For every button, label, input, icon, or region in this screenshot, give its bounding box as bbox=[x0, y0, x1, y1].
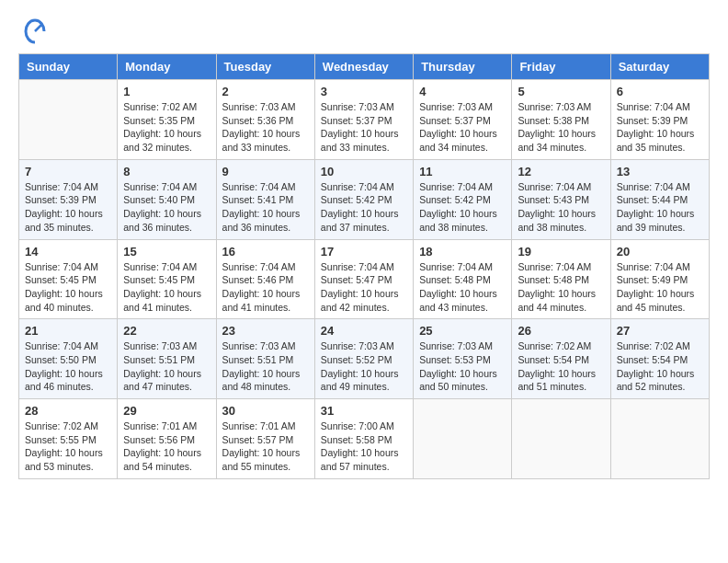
day-info: Sunrise: 7:04 AM Sunset: 5:46 PM Dayligh… bbox=[222, 260, 309, 315]
day-info: Sunrise: 7:01 AM Sunset: 5:56 PM Dayligh… bbox=[123, 419, 210, 474]
day-info: Sunrise: 7:04 AM Sunset: 5:42 PM Dayligh… bbox=[419, 180, 506, 235]
calendar-week-row: 7Sunrise: 7:04 AM Sunset: 5:39 PM Daylig… bbox=[19, 159, 710, 239]
day-number: 25 bbox=[419, 324, 506, 338]
calendar-cell: 17Sunrise: 7:04 AM Sunset: 5:47 PM Dayli… bbox=[314, 239, 413, 319]
calendar-week-row: 1Sunrise: 7:02 AM Sunset: 5:35 PM Daylig… bbox=[19, 80, 710, 160]
calendar-cell: 15Sunrise: 7:04 AM Sunset: 5:45 PM Dayli… bbox=[118, 239, 216, 319]
day-number: 18 bbox=[419, 245, 506, 259]
calendar-cell: 11Sunrise: 7:04 AM Sunset: 5:42 PM Dayli… bbox=[414, 159, 512, 239]
day-info: Sunrise: 7:04 AM Sunset: 5:41 PM Dayligh… bbox=[222, 180, 309, 235]
calendar-cell: 14Sunrise: 7:04 AM Sunset: 5:45 PM Dayli… bbox=[19, 239, 118, 319]
calendar-cell: 22Sunrise: 7:03 AM Sunset: 5:51 PM Dayli… bbox=[118, 319, 216, 399]
calendar-header-row: SundayMondayTuesdayWednesdayThursdayFrid… bbox=[19, 54, 710, 80]
logo-icon bbox=[22, 18, 48, 44]
calendar-cell: 19Sunrise: 7:04 AM Sunset: 5:48 PM Dayli… bbox=[512, 239, 610, 319]
day-info: Sunrise: 7:04 AM Sunset: 5:42 PM Dayligh… bbox=[321, 180, 407, 235]
day-info: Sunrise: 7:03 AM Sunset: 5:37 PM Dayligh… bbox=[321, 100, 407, 155]
day-number: 6 bbox=[617, 85, 703, 98]
calendar-week-row: 28Sunrise: 7:02 AM Sunset: 5:55 PM Dayli… bbox=[19, 399, 710, 479]
day-info: Sunrise: 7:04 AM Sunset: 5:39 PM Dayligh… bbox=[25, 180, 111, 235]
day-number: 29 bbox=[123, 404, 210, 418]
day-info: Sunrise: 7:02 AM Sunset: 5:54 PM Dayligh… bbox=[518, 339, 604, 394]
calendar-header-monday: Monday bbox=[118, 54, 216, 80]
day-info: Sunrise: 7:02 AM Sunset: 5:54 PM Dayligh… bbox=[617, 339, 703, 394]
day-info: Sunrise: 7:04 AM Sunset: 5:47 PM Dayligh… bbox=[321, 260, 407, 315]
calendar-cell: 29Sunrise: 7:01 AM Sunset: 5:56 PM Dayli… bbox=[118, 399, 216, 479]
calendar-cell: 1Sunrise: 7:02 AM Sunset: 5:35 PM Daylig… bbox=[118, 80, 216, 160]
day-info: Sunrise: 7:04 AM Sunset: 5:40 PM Dayligh… bbox=[123, 180, 210, 235]
calendar-cell: 20Sunrise: 7:04 AM Sunset: 5:49 PM Dayli… bbox=[610, 239, 709, 319]
day-number: 5 bbox=[518, 85, 604, 98]
calendar-cell bbox=[610, 399, 709, 479]
calendar-cell: 16Sunrise: 7:04 AM Sunset: 5:46 PM Dayli… bbox=[216, 239, 314, 319]
calendar-week-row: 21Sunrise: 7:04 AM Sunset: 5:50 PM Dayli… bbox=[19, 319, 710, 399]
day-info: Sunrise: 7:01 AM Sunset: 5:57 PM Dayligh… bbox=[222, 419, 309, 474]
day-info: Sunrise: 7:04 AM Sunset: 5:43 PM Dayligh… bbox=[518, 180, 604, 235]
day-number: 22 bbox=[123, 324, 210, 338]
calendar-cell: 4Sunrise: 7:03 AM Sunset: 5:37 PM Daylig… bbox=[414, 80, 512, 160]
calendar-cell bbox=[512, 399, 610, 479]
day-number: 3 bbox=[321, 85, 407, 98]
day-info: Sunrise: 7:00 AM Sunset: 5:58 PM Dayligh… bbox=[321, 419, 407, 474]
day-number: 26 bbox=[518, 324, 604, 338]
calendar-cell: 8Sunrise: 7:04 AM Sunset: 5:40 PM Daylig… bbox=[118, 159, 216, 239]
calendar-cell: 21Sunrise: 7:04 AM Sunset: 5:50 PM Dayli… bbox=[19, 319, 118, 399]
day-info: Sunrise: 7:02 AM Sunset: 5:35 PM Dayligh… bbox=[123, 100, 210, 155]
day-number: 8 bbox=[123, 165, 210, 178]
day-number: 23 bbox=[222, 324, 309, 338]
day-number: 24 bbox=[321, 324, 407, 338]
calendar-cell: 10Sunrise: 7:04 AM Sunset: 5:42 PM Dayli… bbox=[314, 159, 413, 239]
day-number: 31 bbox=[321, 404, 407, 418]
calendar-header-friday: Friday bbox=[512, 54, 610, 80]
day-number: 16 bbox=[222, 245, 309, 259]
calendar-cell: 7Sunrise: 7:04 AM Sunset: 5:39 PM Daylig… bbox=[19, 159, 118, 239]
day-info: Sunrise: 7:04 AM Sunset: 5:45 PM Dayligh… bbox=[25, 260, 111, 315]
day-number: 13 bbox=[617, 165, 703, 178]
calendar-header-wednesday: Wednesday bbox=[314, 54, 413, 80]
calendar-cell: 24Sunrise: 7:03 AM Sunset: 5:52 PM Dayli… bbox=[314, 319, 413, 399]
day-info: Sunrise: 7:03 AM Sunset: 5:52 PM Dayligh… bbox=[321, 339, 407, 394]
logo bbox=[18, 18, 48, 44]
calendar-cell: 6Sunrise: 7:04 AM Sunset: 5:39 PM Daylig… bbox=[610, 80, 709, 160]
day-number: 21 bbox=[25, 324, 111, 338]
calendar-header-saturday: Saturday bbox=[610, 54, 709, 80]
calendar: SundayMondayTuesdayWednesdayThursdayFrid… bbox=[18, 53, 710, 479]
day-info: Sunrise: 7:04 AM Sunset: 5:49 PM Dayligh… bbox=[617, 260, 703, 315]
day-info: Sunrise: 7:04 AM Sunset: 5:50 PM Dayligh… bbox=[25, 339, 111, 394]
calendar-cell: 28Sunrise: 7:02 AM Sunset: 5:55 PM Dayli… bbox=[19, 399, 118, 479]
day-number: 27 bbox=[617, 324, 703, 338]
day-number: 17 bbox=[321, 245, 407, 259]
calendar-cell: 23Sunrise: 7:03 AM Sunset: 5:51 PM Dayli… bbox=[216, 319, 314, 399]
day-number: 14 bbox=[25, 245, 111, 259]
calendar-header-thursday: Thursday bbox=[414, 54, 512, 80]
day-info: Sunrise: 7:04 AM Sunset: 5:48 PM Dayligh… bbox=[518, 260, 604, 315]
calendar-cell: 2Sunrise: 7:03 AM Sunset: 5:36 PM Daylig… bbox=[216, 80, 314, 160]
calendar-cell: 26Sunrise: 7:02 AM Sunset: 5:54 PM Dayli… bbox=[512, 319, 610, 399]
calendar-cell: 31Sunrise: 7:00 AM Sunset: 5:58 PM Dayli… bbox=[314, 399, 413, 479]
day-info: Sunrise: 7:04 AM Sunset: 5:44 PM Dayligh… bbox=[617, 180, 703, 235]
day-info: Sunrise: 7:04 AM Sunset: 5:39 PM Dayligh… bbox=[617, 100, 703, 155]
calendar-cell: 30Sunrise: 7:01 AM Sunset: 5:57 PM Dayli… bbox=[216, 399, 314, 479]
day-info: Sunrise: 7:03 AM Sunset: 5:51 PM Dayligh… bbox=[222, 339, 309, 394]
calendar-cell: 9Sunrise: 7:04 AM Sunset: 5:41 PM Daylig… bbox=[216, 159, 314, 239]
calendar-cell: 5Sunrise: 7:03 AM Sunset: 5:38 PM Daylig… bbox=[512, 80, 610, 160]
page-header bbox=[18, 18, 710, 44]
calendar-cell: 12Sunrise: 7:04 AM Sunset: 5:43 PM Dayli… bbox=[512, 159, 610, 239]
calendar-cell: 27Sunrise: 7:02 AM Sunset: 5:54 PM Dayli… bbox=[610, 319, 709, 399]
calendar-cell: 25Sunrise: 7:03 AM Sunset: 5:53 PM Dayli… bbox=[414, 319, 512, 399]
day-info: Sunrise: 7:04 AM Sunset: 5:45 PM Dayligh… bbox=[123, 260, 210, 315]
day-info: Sunrise: 7:03 AM Sunset: 5:51 PM Dayligh… bbox=[123, 339, 210, 394]
day-number: 2 bbox=[222, 85, 309, 98]
day-number: 4 bbox=[419, 85, 506, 98]
calendar-header-tuesday: Tuesday bbox=[216, 54, 314, 80]
day-info: Sunrise: 7:03 AM Sunset: 5:36 PM Dayligh… bbox=[222, 100, 309, 155]
day-number: 19 bbox=[518, 245, 604, 259]
day-info: Sunrise: 7:04 AM Sunset: 5:48 PM Dayligh… bbox=[419, 260, 506, 315]
day-number: 20 bbox=[617, 245, 703, 259]
day-number: 12 bbox=[518, 165, 604, 178]
day-number: 1 bbox=[123, 85, 210, 98]
calendar-cell: 18Sunrise: 7:04 AM Sunset: 5:48 PM Dayli… bbox=[414, 239, 512, 319]
calendar-cell: 3Sunrise: 7:03 AM Sunset: 5:37 PM Daylig… bbox=[314, 80, 413, 160]
calendar-header-sunday: Sunday bbox=[19, 54, 118, 80]
day-number: 9 bbox=[222, 165, 309, 178]
